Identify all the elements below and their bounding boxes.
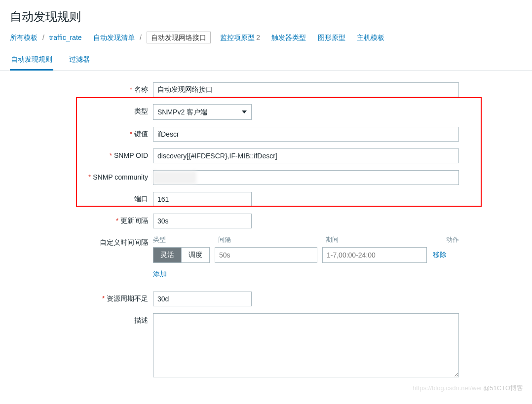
label-key: 键值 [20,127,153,139]
breadcrumb-all-templates[interactable]: 所有模板 [10,34,38,41]
label-snmp-community: SNMP community [20,170,153,181]
breadcrumb-template[interactable]: traffic_rate [49,34,82,41]
form: 名称 类型 SNMPv2 客户端 键值 SNMP OID SNMP commun… [0,71,532,396]
port-input[interactable] [153,192,252,207]
breadcrumb-trigger-prototypes[interactable]: 触发器类型 [271,34,306,41]
breadcrumb-current: 自动发现网络接口 [147,32,211,43]
interval-period-input[interactable] [322,247,427,263]
watermark-main: @51CTO博客 [483,384,523,392]
breadcrumb-discovery-list[interactable]: 自动发现清单 [93,34,135,41]
interval-add-link[interactable]: 添加 [153,270,167,279]
tabs: 自动发现规则 过滤器 [0,51,532,71]
keep-lost-input[interactable] [153,292,252,306]
name-input[interactable] [153,82,459,97]
interval-head-type: 类型 [153,235,218,244]
interval-head-action: 动作 [435,235,459,244]
snmp-community-input[interactable] [153,170,459,185]
seg-scheduling[interactable]: 调度 [181,248,209,262]
breadcrumb-sep: / [42,34,44,41]
interval-delay-input[interactable] [215,247,317,263]
tab-filters[interactable]: 过滤器 [68,51,91,69]
description-textarea[interactable] [153,313,459,377]
redacted-blur [153,171,196,184]
label-type: 类型 [20,104,153,116]
label-keep-lost: 资源周期不足 [20,292,153,303]
interval-type-toggle: 灵活 调度 [153,247,210,263]
breadcrumb: 所有模板 / traffic_rate 自动发现清单 / 自动发现网络接口 监控… [0,34,532,51]
interval-head-delay: 间隔 [218,235,326,244]
custom-interval-table: 类型 间隔 期间 动作 灵活 调度 移除 添加 [153,235,459,279]
label-name: 名称 [20,82,153,94]
label-description: 描述 [20,313,153,325]
watermark-faint: https://blog.csdn.net/wei [413,384,481,392]
label-update-interval: 更新间隔 [20,214,153,225]
label-snmp-oid: SNMP OID [20,148,153,159]
key-input[interactable] [153,127,459,142]
watermark: https://blog.csdn.net/wei @51CTO博客 [413,384,523,393]
breadcrumb-host-prototypes[interactable]: 主机模板 [357,34,384,41]
update-interval-input[interactable] [153,214,252,228]
breadcrumb-item-prototypes-label: 监控项原型 [220,34,255,41]
page-title: 自动发现规则 [0,0,532,34]
breadcrumb-sep: / [140,34,142,41]
label-custom-intervals: 自定义时间间隔 [20,235,153,247]
item-prototypes-count: 2 [256,34,260,41]
interval-head-period: 期间 [326,235,435,244]
breadcrumb-item-prototypes[interactable]: 监控项原型2 [220,34,262,41]
label-port: 端口 [20,192,153,204]
seg-flexible[interactable]: 灵活 [153,248,181,262]
type-select[interactable]: SNMPv2 客户端 [153,104,252,120]
snmp-oid-input[interactable] [153,148,459,163]
breadcrumb-graph-prototypes[interactable]: 图形原型 [318,34,345,41]
interval-remove-link[interactable]: 移除 [433,251,447,259]
tab-discovery-rule[interactable]: 自动发现规则 [10,51,53,71]
